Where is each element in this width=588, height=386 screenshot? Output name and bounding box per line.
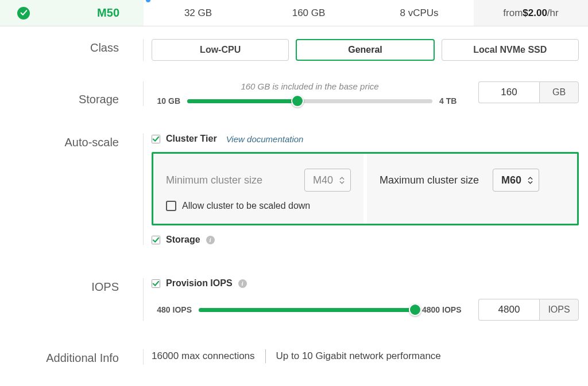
chevron-updown-icon bbox=[528, 177, 533, 184]
tier-storage: 160 GB bbox=[253, 0, 365, 26]
max-connections: 16000 max connections bbox=[152, 350, 255, 362]
tier-name: M50 bbox=[97, 6, 119, 20]
storage-note: 160 GB is included in the base price bbox=[241, 81, 378, 91]
class-low-cpu-button[interactable]: Low-CPU bbox=[152, 39, 289, 61]
tier-selected-cell[interactable]: M50 bbox=[0, 0, 144, 26]
iops-label: IOPS bbox=[0, 278, 144, 321]
tier-memory: 32 GB bbox=[144, 0, 253, 26]
storage-slider-thumb[interactable] bbox=[291, 95, 304, 107]
autoscale-config-box: Minimum cluster size M40 Allow cluster t… bbox=[152, 152, 579, 225]
storage-autoscale-checkbox[interactable] bbox=[152, 236, 160, 244]
class-general-button[interactable]: General bbox=[296, 39, 434, 61]
max-cluster-value: M60 bbox=[501, 174, 521, 186]
price-unit: /hr bbox=[547, 7, 559, 19]
storage-input[interactable] bbox=[478, 81, 539, 103]
cluster-tier-label: Cluster Tier bbox=[166, 134, 217, 144]
max-cluster-select[interactable]: M60 bbox=[493, 169, 539, 192]
class-nvme-button[interactable]: Local NVMe SSD bbox=[442, 39, 579, 61]
iops-unit: IOPS bbox=[539, 299, 579, 321]
iops-slider-fill bbox=[199, 308, 415, 312]
provision-iops-checkbox[interactable] bbox=[152, 279, 160, 288]
price-from: from bbox=[503, 7, 523, 19]
iops-max-label: 4800 IOPS bbox=[422, 305, 468, 314]
storage-max-label: 4 TB bbox=[439, 96, 468, 106]
iops-row: IOPS Provision IOPS i 480 IOPS bbox=[0, 245, 588, 321]
storage-min-label: 10 GB bbox=[152, 96, 180, 106]
additional-info-row: Additional Info 16000 max connections Up… bbox=[0, 321, 588, 374]
storage-slider[interactable] bbox=[187, 96, 432, 106]
class-row: Class Low-CPU General Local NVMe SSD bbox=[0, 26, 588, 61]
network-performance: Up to 10 Gigabit network performance bbox=[276, 350, 441, 362]
allow-scale-down-checkbox[interactable] bbox=[166, 201, 176, 211]
check-icon bbox=[17, 7, 30, 20]
allow-scale-down-label: Allow cluster to be scaled down bbox=[182, 201, 310, 211]
class-label: Class bbox=[0, 39, 144, 61]
storage-slider-fill bbox=[187, 99, 297, 103]
tier-price: from $2.00 /hr bbox=[474, 0, 588, 26]
info-icon[interactable]: i bbox=[238, 279, 247, 288]
iops-slider-thumb[interactable] bbox=[409, 303, 421, 316]
chevron-updown-icon bbox=[339, 177, 345, 184]
storage-row: Storage 160 GB is included in the base p… bbox=[0, 61, 588, 106]
divider bbox=[265, 349, 266, 363]
iops-input[interactable] bbox=[478, 299, 539, 321]
additional-label: Additional Info bbox=[0, 349, 144, 365]
min-cluster-value: M40 bbox=[313, 174, 333, 186]
min-cluster-label: Minimum cluster size bbox=[166, 174, 262, 186]
iops-slider[interactable] bbox=[199, 305, 415, 315]
info-icon[interactable]: i bbox=[206, 236, 215, 244]
autoscale-label: Auto-scale bbox=[0, 134, 144, 245]
price-amount: $2.00 bbox=[523, 7, 547, 19]
autoscale-row: Auto-scale Cluster Tier View documentati… bbox=[0, 106, 588, 245]
storage-unit: GB bbox=[539, 81, 579, 103]
tier-vcpus: 8 vCPUs bbox=[365, 0, 474, 26]
min-cluster-select[interactable]: M40 bbox=[304, 169, 351, 192]
tier-header-row: M50 32 GB 160 GB 8 vCPUs from $2.00 /hr bbox=[0, 0, 588, 26]
iops-min-label: 480 IOPS bbox=[152, 305, 192, 314]
view-documentation-link[interactable]: View documentation bbox=[226, 134, 304, 144]
cluster-tier-checkbox[interactable] bbox=[152, 135, 160, 143]
storage-autoscale-label: Storage bbox=[166, 235, 200, 245]
storage-label: Storage bbox=[0, 81, 144, 106]
max-cluster-label: Maximum cluster size bbox=[380, 174, 479, 186]
provision-iops-label: Provision IOPS bbox=[166, 278, 233, 288]
